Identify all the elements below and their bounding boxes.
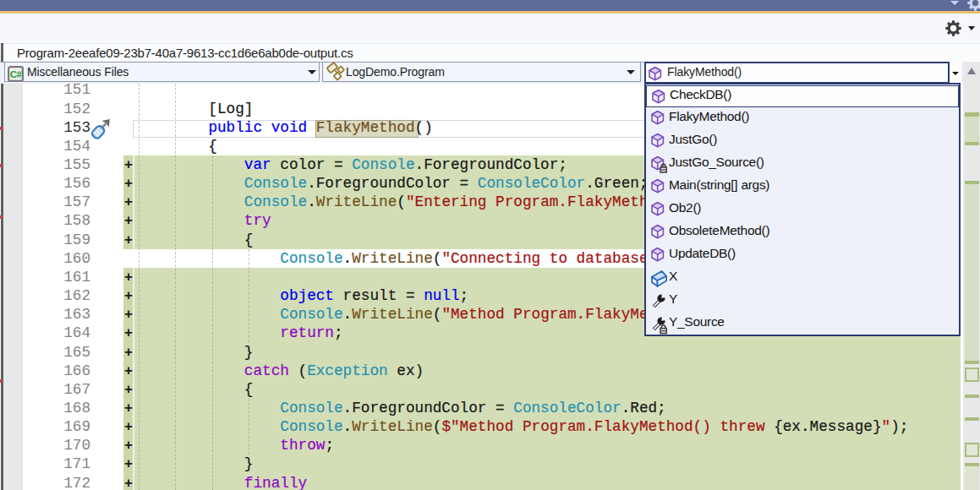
svg-text:C#: C# (10, 68, 23, 79)
